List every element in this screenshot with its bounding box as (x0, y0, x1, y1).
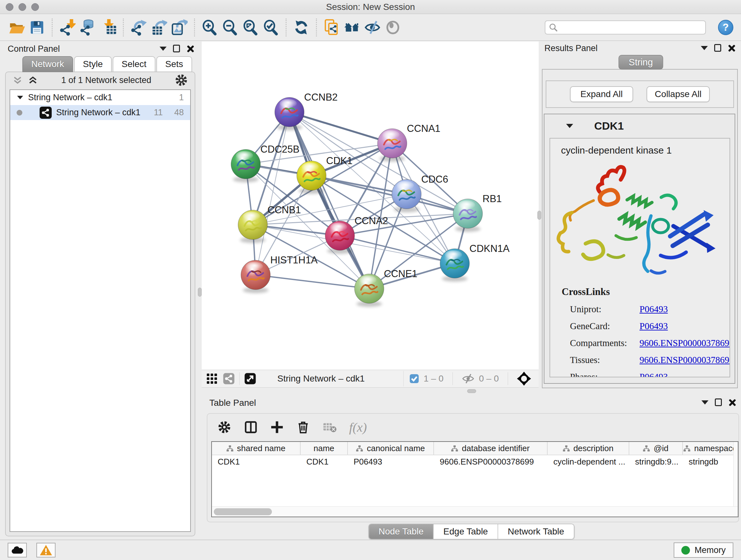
network-node-CCNB1[interactable] (238, 210, 267, 240)
table-row[interactable]: CDK1CDK1P064939606.ENSP00000378699cyclin… (212, 455, 738, 468)
right-splitter-handle[interactable] (537, 211, 541, 220)
scrollbar-thumb[interactable] (214, 508, 272, 515)
close-panel-icon[interactable] (186, 45, 194, 52)
network-node-HIST1H1A[interactable] (241, 260, 270, 290)
network-node-CCNA1[interactable] (378, 129, 407, 158)
zoom-selected-icon[interactable] (261, 17, 281, 38)
collapse-entry-icon[interactable] (566, 124, 573, 128)
float-panel-icon[interactable] (714, 44, 721, 52)
network-node-CDC25B[interactable] (231, 149, 260, 179)
save-session-icon[interactable] (27, 17, 47, 38)
table-cell[interactable]: P06493 (348, 455, 434, 468)
table-gear-icon[interactable] (217, 420, 232, 435)
tab-style[interactable]: Style (74, 56, 112, 72)
expand-all-button[interactable]: Expand All (570, 86, 633, 102)
tab-string[interactable]: String (618, 55, 663, 70)
tree-network-row[interactable]: String Network – cdk11148 (10, 105, 190, 120)
collapse-all-button[interactable]: Collapse All (647, 86, 710, 102)
network-edge-CCNB2-CCNA1[interactable] (289, 112, 392, 143)
add-row-icon[interactable] (270, 420, 284, 434)
export-table-icon[interactable] (149, 17, 169, 38)
left-splitter-handle[interactable] (198, 288, 202, 297)
tab-node-table[interactable]: Node Table (369, 524, 434, 539)
horizontal-splitter-handle[interactable] (467, 389, 476, 393)
crosslink-value-link[interactable]: 9606.ENSP00000378699 (639, 355, 730, 365)
network-canvas[interactable]: CCNB2CCNA1CDC25BCDK1CDC6RB1CCNB1CCNA2CDK… (202, 42, 539, 370)
import-network-file-icon[interactable] (57, 17, 77, 38)
network-edge-HIST1H1A-CCNE1[interactable] (256, 275, 369, 289)
network-node-CDKN1A[interactable] (440, 249, 469, 278)
network-edge-CCNA2-CDKN1A[interactable] (340, 236, 455, 263)
tab-edge-table[interactable]: Edge Table (434, 524, 498, 539)
column-header-name[interactable]: name (300, 442, 348, 455)
hide-selected-icon[interactable] (362, 17, 383, 38)
crosslink-value-link[interactable]: 9606.ENSP00000378699 (639, 338, 730, 348)
network-node-CCNA2[interactable] (325, 221, 354, 250)
tab-network-table[interactable]: Network Table (498, 524, 574, 539)
refresh-view-icon[interactable] (291, 17, 312, 38)
string-home-icon[interactable] (342, 17, 362, 38)
panel-menu-icon[interactable] (159, 47, 166, 51)
network-node-CDK1[interactable] (297, 161, 326, 190)
network-view-mode-icon[interactable] (223, 373, 235, 385)
column-header-namespace[interactable]: namespace (683, 442, 738, 455)
zoom-fit-icon[interactable] (240, 17, 261, 38)
delete-icon[interactable] (296, 420, 310, 434)
memory-button[interactable]: Memory (674, 543, 733, 558)
tab-sets[interactable]: Sets (156, 56, 192, 72)
cloud-status-button[interactable] (8, 543, 27, 557)
table-cell[interactable]: stringdb (683, 455, 738, 468)
column-header-shared-name[interactable]: shared name (212, 442, 300, 455)
float-panel-icon[interactable] (715, 398, 722, 406)
warnings-button[interactable] (37, 543, 56, 557)
column-header--id[interactable]: @id (629, 442, 683, 455)
selected-checkbox-icon[interactable] (409, 374, 419, 383)
result-entry-header[interactable]: CDK1 (544, 114, 735, 137)
collapse-all-icon[interactable] (12, 75, 23, 85)
horizontal-scrollbar[interactable] (212, 506, 738, 516)
tab-network[interactable]: Network (22, 56, 73, 72)
crosslink-value-link[interactable]: P06493 (639, 321, 668, 331)
column-header-database-identifier[interactable]: database identifier (434, 442, 548, 455)
zoom-in-icon[interactable] (199, 17, 220, 38)
table-tabs: Node TableEdge TableNetwork Table (368, 523, 575, 540)
show-preview-icon[interactable] (383, 17, 403, 38)
detach-view-icon[interactable] (244, 373, 256, 385)
panel-menu-icon[interactable] (701, 400, 709, 405)
grid-view-icon[interactable] (206, 373, 218, 384)
network-node-CCNB2[interactable] (275, 98, 304, 127)
open-session-icon[interactable] (6, 17, 27, 38)
vertical-scrollbar[interactable] (733, 442, 738, 506)
crosslink-value-link[interactable]: P06493 (639, 304, 668, 314)
birdseye-crosshair-icon[interactable] (517, 372, 531, 386)
crosslink-value-link[interactable]: P06493 (639, 372, 668, 377)
help-icon[interactable]: ? (718, 20, 733, 35)
table-cell[interactable]: 9606.ENSP00000378699 (434, 455, 548, 468)
tab-select[interactable]: Select (113, 56, 155, 72)
table-cell[interactable]: cyclin-dependent ... (548, 455, 629, 468)
import-network-database-icon[interactable] (77, 17, 98, 38)
export-image-icon[interactable] (169, 17, 190, 38)
panel-menu-icon[interactable] (701, 46, 708, 50)
table-cell[interactable]: CDK1 (300, 455, 348, 468)
tree-root-row[interactable]: String Network – cdk11 (10, 90, 190, 105)
network-node-RB1[interactable] (453, 199, 482, 228)
search-input[interactable] (558, 21, 705, 34)
close-panel-icon[interactable] (728, 398, 736, 406)
export-network-icon[interactable] (128, 17, 149, 38)
column-header-description[interactable]: description (548, 442, 629, 455)
zoom-out-icon[interactable] (220, 17, 240, 38)
tree-expand-icon[interactable] (17, 96, 23, 99)
import-table-icon[interactable] (98, 17, 118, 38)
float-panel-icon[interactable] (173, 45, 180, 52)
column-header-canonical-name[interactable]: canonical name (348, 442, 434, 455)
add-column-icon[interactable] (244, 420, 258, 434)
gear-icon[interactable] (174, 73, 188, 87)
table-cell[interactable]: CDK1 (212, 455, 300, 468)
table-cell[interactable]: stringdb:9... (629, 455, 683, 468)
clone-network-icon[interactable] (321, 17, 342, 38)
network-node-CCNE1[interactable] (354, 274, 384, 303)
close-panel-icon[interactable] (728, 44, 735, 52)
expand-all-icon[interactable] (27, 75, 38, 85)
network-node-CDC6[interactable] (392, 179, 421, 209)
